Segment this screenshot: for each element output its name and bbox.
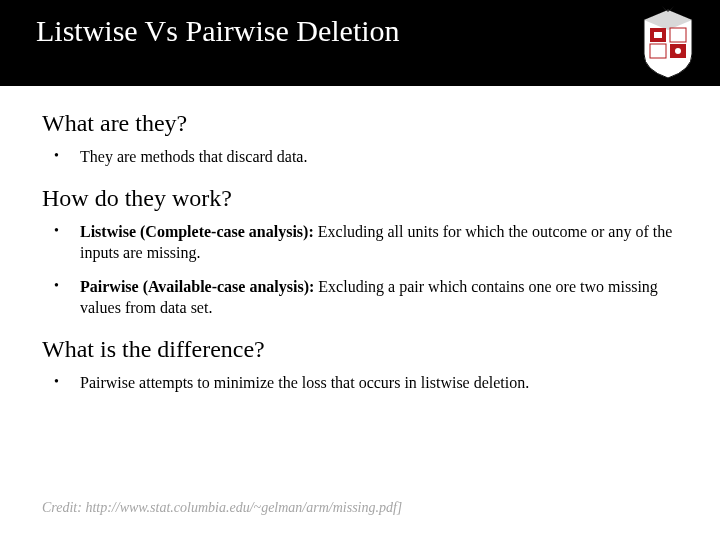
list-item: They are methods that discard data. — [54, 147, 680, 167]
list-item: Listwise (Complete-case analysis): Exclu… — [54, 222, 680, 263]
list-item: Pairwise attempts to minimize the loss t… — [54, 373, 680, 393]
bullet-text: They are methods that discard data. — [80, 148, 307, 165]
bullet-bold: Pairwise (Available-case analysis): — [80, 278, 318, 295]
section-heading-what: What are they? — [42, 110, 680, 137]
svg-rect-2 — [650, 44, 666, 58]
bullet-text: Pairwise attempts to minimize the loss t… — [80, 374, 529, 391]
bullet-list: Listwise (Complete-case analysis): Exclu… — [42, 222, 680, 318]
bullet-bold: Listwise (Complete-case analysis): — [80, 223, 318, 240]
svg-point-5 — [675, 48, 681, 54]
crest-logo-icon — [640, 6, 696, 80]
bullet-list: Pairwise attempts to minimize the loss t… — [42, 373, 680, 393]
svg-rect-4 — [654, 32, 662, 38]
slide-header: Listwise Vs Pairwise Deletion — [0, 0, 720, 86]
list-item: Pairwise (Available-case analysis): Excl… — [54, 277, 680, 318]
svg-rect-1 — [670, 28, 686, 42]
slide-title: Listwise Vs Pairwise Deletion — [36, 14, 720, 48]
section-heading-diff: What is the difference? — [42, 336, 680, 363]
bullet-list: They are methods that discard data. — [42, 147, 680, 167]
slide-body: What are they? They are methods that dis… — [0, 86, 720, 394]
credit-line: Credit: http://www.stat.columbia.edu/~ge… — [42, 500, 402, 516]
section-heading-how: How do they work? — [42, 185, 680, 212]
